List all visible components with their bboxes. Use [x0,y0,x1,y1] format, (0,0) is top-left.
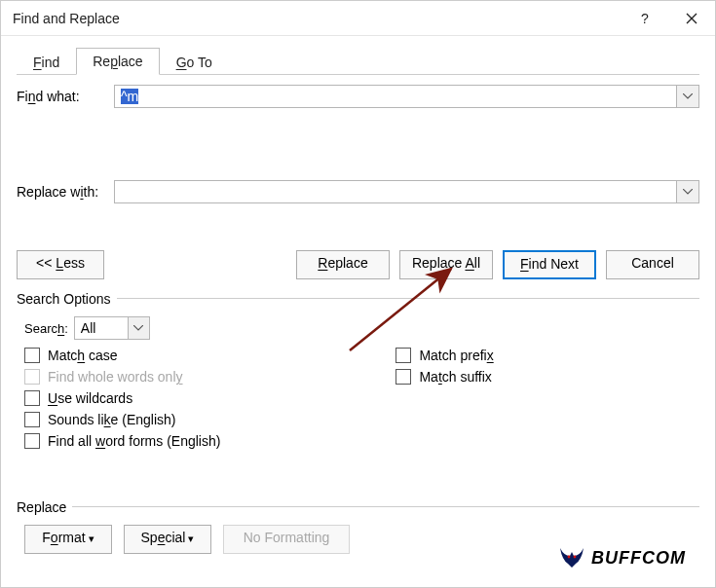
tabstrip: Find Replace Go To [17,48,699,75]
check-match-suffix[interactable]: Match suffix [396,369,493,385]
replace-all-button[interactable]: Replace All [399,250,493,279]
replace-group-heading: Replace [17,499,66,515]
watermark-text: BUFFCOM [591,548,686,569]
svg-point-2 [574,556,577,559]
tab-find[interactable]: Find [17,49,76,75]
replace-row: Replace with: [17,180,699,203]
chevron-down-icon [128,317,149,339]
chevron-down-icon [683,93,693,99]
no-formatting-button: No Formatting [223,525,350,554]
checkbox-icon [24,412,40,427]
search-direction-value: All [75,320,96,336]
find-dropdown-button[interactable] [676,85,699,108]
checkbox-icon [396,348,411,363]
checkbox-icon [24,433,40,449]
checkbox-icon [24,369,40,385]
help-button[interactable]: ? [622,1,668,36]
search-options-checks: Match case Find whole words only Use wil… [24,348,699,449]
check-all-word-forms[interactable]: Find all word forms (English) [24,433,220,449]
checkbox-icon [24,390,40,406]
search-direction-label: Search: [24,321,68,336]
special-button[interactable]: Special [124,525,211,554]
less-button[interactable]: << Less [17,250,104,279]
format-button[interactable]: Format [24,525,112,554]
window-title: Find and Replace [13,11,622,26]
find-label: Find what: [17,89,114,104]
find-next-button[interactable]: Find Next [503,250,596,279]
replace-button[interactable]: Replace [296,250,390,279]
check-use-wildcards[interactable]: Use wildcards [24,390,220,406]
tab-goto[interactable]: Go To [160,49,229,75]
tab-replace[interactable]: Replace [76,48,159,75]
replace-group: Replace [17,496,699,517]
bull-icon [558,546,585,570]
titlebar: Find and Replace ? [1,1,715,36]
replace-dropdown-button[interactable] [676,180,699,203]
check-match-prefix[interactable]: Match prefix [396,348,493,363]
find-row: Find what: [17,85,699,108]
close-button[interactable] [668,1,715,36]
watermark-logo: BUFFCOM [558,546,686,570]
replace-combobox[interactable] [114,180,699,203]
replace-input[interactable] [114,180,676,203]
checkbox-icon [24,348,40,363]
search-direction-select[interactable]: All [74,316,150,340]
main-button-row: << Less Replace Replace All Find Next Ca… [17,250,699,279]
search-options-group: Search Options [17,287,699,309]
find-input[interactable] [114,85,676,108]
replace-label: Replace with: [17,184,114,200]
check-match-case[interactable]: Match case [24,348,220,363]
find-combobox[interactable] [114,85,699,108]
cancel-button[interactable]: Cancel [606,250,699,279]
svg-point-1 [568,556,571,559]
search-direction-row: Search: All [24,316,699,340]
checkbox-icon [396,369,411,385]
check-whole-words: Find whole words only [24,369,220,385]
check-sounds-like[interactable]: Sounds like (English) [24,412,220,427]
search-options-heading: Search Options [17,291,111,307]
chevron-down-icon [683,189,693,195]
